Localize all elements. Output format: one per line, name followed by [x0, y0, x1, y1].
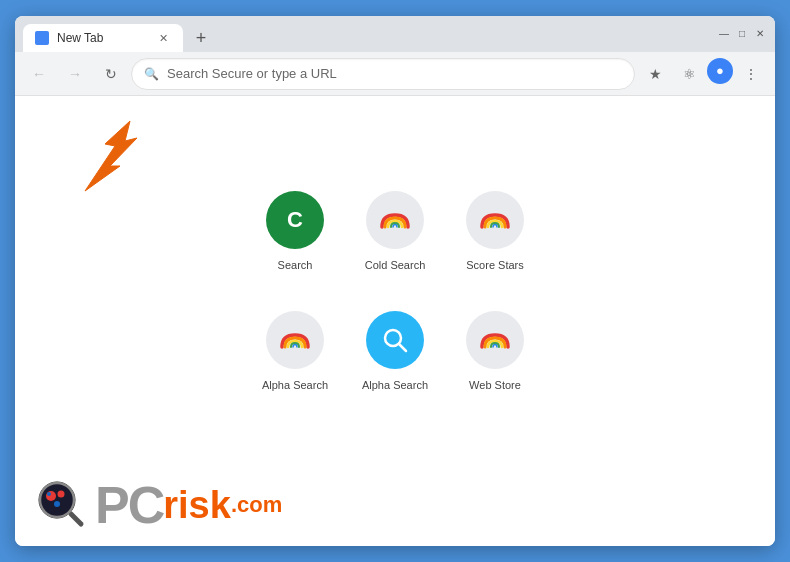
address-bar-text: Search Secure or type a URL: [167, 66, 622, 81]
profile-button[interactable]: ●: [707, 58, 733, 84]
shortcut-icon-alpha-search-2: [366, 311, 424, 369]
svg-line-2: [399, 344, 406, 351]
shortcut-label-score-stars: Score Stars: [466, 259, 523, 271]
pcrisk-logo: PCrisk.com: [95, 479, 282, 531]
risk-text: risk: [163, 486, 231, 524]
arrow-annotation: [75, 116, 195, 196]
browser-tab[interactable]: New Tab ✕: [23, 24, 183, 52]
shortcut-icon-score-stars: [466, 191, 524, 249]
tab-favicon: [35, 31, 49, 45]
extensions-button[interactable]: ⚛: [673, 58, 705, 90]
shortcut-alpha-search-2[interactable]: Alpha Search: [350, 296, 440, 406]
svg-point-4: [46, 491, 56, 501]
new-tab-button[interactable]: +: [187, 24, 215, 52]
shortcut-alpha-search-1[interactable]: Alpha Search: [250, 296, 340, 406]
shortcut-icon-web-store: [466, 311, 524, 369]
refresh-button[interactable]: ↻: [95, 58, 127, 90]
address-bar[interactable]: 🔍 Search Secure or type a URL: [131, 58, 635, 90]
shortcuts-grid: C Search Cold Search: [250, 176, 540, 406]
close-button[interactable]: ✕: [753, 26, 767, 40]
svg-point-5: [47, 492, 51, 496]
shortcut-label-alpha-search-2: Alpha Search: [362, 379, 428, 391]
nav-actions: ★ ⚛ ● ⋮: [639, 58, 767, 90]
maximize-button[interactable]: □: [735, 26, 749, 40]
svg-line-8: [71, 514, 81, 524]
svg-point-7: [54, 501, 60, 507]
navigation-bar: ← → ↻ 🔍 Search Secure or type a URL ★ ⚛ …: [15, 52, 775, 96]
pcrisk-icon: [35, 478, 89, 532]
back-button[interactable]: ←: [23, 58, 55, 90]
shortcut-search[interactable]: C Search: [250, 176, 340, 286]
shortcut-label-search: Search: [278, 259, 313, 271]
window-controls: — □ ✕: [717, 26, 767, 40]
shortcut-label-web-store: Web Store: [469, 379, 521, 391]
svg-point-6: [58, 491, 65, 498]
minimize-button[interactable]: —: [717, 26, 731, 40]
pc-text: PC: [95, 479, 163, 531]
tab-close-button[interactable]: ✕: [155, 30, 171, 46]
forward-button[interactable]: →: [59, 58, 91, 90]
shortcut-icon-search: C: [266, 191, 324, 249]
tab-title: New Tab: [57, 31, 103, 45]
shortcut-label-cold-search: Cold Search: [365, 259, 426, 271]
shortcut-web-store[interactable]: Web Store: [450, 296, 540, 406]
dotcom-text: .com: [231, 492, 282, 518]
shortcut-icon-cold-search: [366, 191, 424, 249]
watermark: PCrisk.com: [35, 478, 282, 532]
shortcut-score-stars[interactable]: Score Stars: [450, 176, 540, 286]
browser-window: New Tab ✕ + — □ ✕ ← → ↻ 🔍 Search Secure …: [15, 16, 775, 546]
menu-button[interactable]: ⋮: [735, 58, 767, 90]
title-bar: New Tab ✕ + — □ ✕: [15, 16, 775, 52]
bookmark-button[interactable]: ★: [639, 58, 671, 90]
svg-marker-0: [85, 121, 137, 191]
shortcut-cold-search[interactable]: Cold Search: [350, 176, 440, 286]
shortcut-label-alpha-search-1: Alpha Search: [262, 379, 328, 391]
shortcut-icon-alpha-search-1: [266, 311, 324, 369]
page-content: C Search Cold Search: [15, 96, 775, 546]
lock-icon: 🔍: [144, 67, 159, 81]
